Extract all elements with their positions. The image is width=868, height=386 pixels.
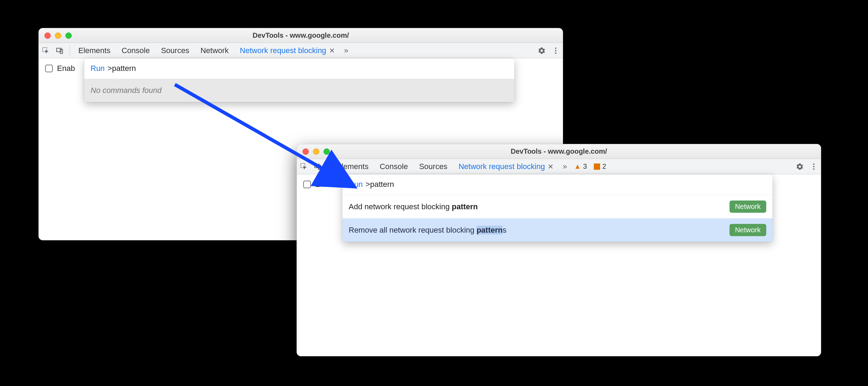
tab-label: Network request blocking <box>458 162 545 171</box>
traffic-lights <box>303 148 330 155</box>
issue-flag-icon <box>594 163 600 170</box>
enable-label-clipped: Enab <box>315 180 333 189</box>
svg-point-9 <box>813 163 814 165</box>
warning-count: 3 <box>583 162 587 170</box>
traffic-lights <box>44 32 72 39</box>
issues-badge[interactable]: 2 <box>590 162 610 170</box>
warnings-badge[interactable]: ▲ 3 <box>570 162 590 170</box>
close-window-icon[interactable] <box>303 148 309 155</box>
command-query: >pattern <box>365 180 394 189</box>
separator <box>70 46 70 56</box>
device-toggle-icon[interactable] <box>53 43 67 58</box>
window-title: DevTools - www.google.com/ <box>297 147 821 155</box>
tab-network-request-blocking[interactable]: Network request blocking ✕ <box>234 43 341 58</box>
tab-elements[interactable]: Elements <box>73 43 116 58</box>
command-menu: Run >pattern Add network request blockin… <box>342 174 773 242</box>
window-title: DevTools - www.google.com/ <box>39 31 563 39</box>
command-category-badge: Network <box>730 201 766 213</box>
titlebar: DevTools - www.google.com/ <box>39 28 563 43</box>
svg-point-11 <box>813 168 814 170</box>
settings-icon[interactable] <box>535 43 549 58</box>
panel-content: Enab Run >pattern Add network request bl… <box>297 174 821 356</box>
command-result-add-pattern[interactable]: Add network request blocking pattern Net… <box>342 195 773 218</box>
close-tab-icon[interactable]: ✕ <box>329 46 335 55</box>
command-result-label: Add network request blocking pattern <box>349 202 478 211</box>
issue-count: 2 <box>602 162 606 170</box>
svg-rect-7 <box>315 164 319 168</box>
tab-elements[interactable]: Elements <box>331 159 374 174</box>
kebab-menu-icon[interactable] <box>807 159 821 174</box>
maximize-window-icon[interactable] <box>323 148 330 155</box>
tab-network-request-blocking[interactable]: Network request blocking ✕ <box>453 159 559 174</box>
separator <box>328 162 328 172</box>
svg-point-3 <box>555 48 556 49</box>
command-category-badge: Network <box>730 224 766 236</box>
maximize-window-icon[interactable] <box>65 32 72 39</box>
more-tabs-icon[interactable]: » <box>559 162 570 171</box>
tabbar: Elements Console Sources Network Network… <box>39 43 563 58</box>
inspect-icon[interactable] <box>297 159 311 174</box>
device-toggle-icon[interactable] <box>311 159 325 174</box>
command-menu-empty: No commands found <box>84 79 514 102</box>
tabbar: Elements Console Sources Network request… <box>297 159 821 174</box>
tab-network[interactable]: Network <box>195 43 234 58</box>
command-menu-input-row[interactable]: Run >pattern <box>342 174 773 195</box>
command-result-remove-patterns[interactable]: Remove all network request blocking patt… <box>342 218 773 242</box>
svg-point-10 <box>813 166 814 167</box>
tab-sources[interactable]: Sources <box>413 159 453 174</box>
enable-blocking-checkbox[interactable] <box>303 181 311 188</box>
svg-point-4 <box>555 50 556 51</box>
titlebar: DevTools - www.google.com/ <box>297 144 821 159</box>
command-result-label: Remove all network request blocking patt… <box>349 226 506 235</box>
run-label: Run <box>91 64 105 73</box>
warning-icon: ▲ <box>574 162 581 170</box>
settings-icon[interactable] <box>793 159 807 174</box>
tab-label: Network request blocking <box>240 46 326 55</box>
kebab-menu-icon[interactable] <box>549 43 563 58</box>
minimize-window-icon[interactable] <box>55 32 61 39</box>
tab-console[interactable]: Console <box>116 43 156 58</box>
run-label: Run <box>349 180 363 189</box>
devtools-window-after: DevTools - www.google.com/ Elements Cons… <box>297 144 821 356</box>
close-tab-icon[interactable]: ✕ <box>548 162 554 171</box>
command-query: >pattern <box>107 64 136 73</box>
close-window-icon[interactable] <box>44 32 51 39</box>
tab-sources[interactable]: Sources <box>155 43 195 58</box>
inspect-icon[interactable] <box>39 43 53 58</box>
svg-rect-1 <box>57 48 61 52</box>
command-menu: Run >pattern No commands found <box>84 58 514 102</box>
minimize-window-icon[interactable] <box>313 148 319 155</box>
enable-label-clipped: Enab <box>57 64 75 73</box>
tab-console[interactable]: Console <box>374 159 414 174</box>
command-menu-input-row[interactable]: Run >pattern <box>84 58 514 79</box>
svg-point-5 <box>555 52 556 54</box>
enable-blocking-checkbox[interactable] <box>45 65 53 72</box>
more-tabs-icon[interactable]: » <box>341 46 352 55</box>
